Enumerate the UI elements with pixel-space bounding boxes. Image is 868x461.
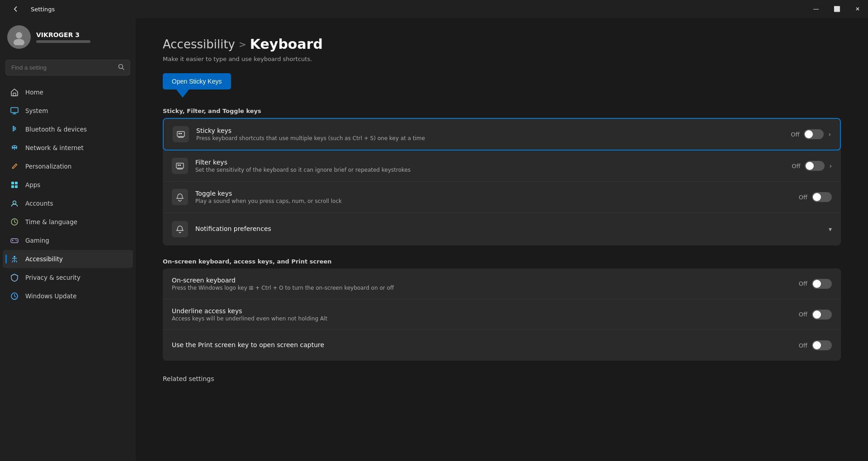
sidebar-label-personalization: Personalization [25, 163, 71, 170]
row-underline-access-keys[interactable]: Underline access keys Access keys will b… [163, 299, 841, 330]
title-bar-controls: — ⬜ ✕ [806, 0, 868, 18]
sidebar-label-accounts: Accounts [25, 200, 53, 207]
breadcrumb-parent[interactable]: Accessibility [163, 38, 235, 51]
apps-icon [10, 180, 19, 189]
open-sticky-keys-button[interactable]: Open Sticky Keys [163, 73, 231, 89]
sidebar-label-windows-update: Windows Update [25, 292, 76, 300]
accessibility-icon [10, 254, 19, 263]
svg-rect-29 [179, 165, 181, 166]
sidebar-item-home[interactable]: Home [3, 83, 133, 101]
sidebar-item-network[interactable]: Network & internet [3, 139, 133, 157]
toggle-keys-icon [172, 189, 188, 205]
print-screen-toggle-thumb [813, 341, 821, 349]
filter-keys-icon [172, 158, 188, 174]
sticky-keys-icon [173, 126, 189, 142]
underline-access-keys-toggle-thumb [813, 310, 821, 319]
section2-title: On-screen keyboard, access keys, and Pri… [163, 258, 841, 265]
title-bar-left: Settings [5, 0, 55, 18]
onscreen-keyboard-status: Off [799, 280, 807, 287]
related-settings-title: Related settings [163, 375, 841, 382]
sidebar-item-time[interactable]: Time & language [3, 213, 133, 231]
app-body: VIKROGER 3 Home System Bluetoo [0, 18, 868, 461]
sticky-keys-desc: Press keyboard shortcuts that use multip… [196, 135, 783, 141]
bluetooth-icon [10, 125, 19, 134]
sidebar-item-personalization[interactable]: Personalization [3, 157, 133, 175]
user-profile[interactable]: VIKROGER 3 [0, 18, 136, 56]
filter-keys-title: Filter keys [195, 159, 784, 166]
search-icon [118, 64, 124, 71]
filter-keys-status: Off [792, 163, 800, 169]
svg-rect-24 [179, 133, 180, 134]
onscreen-keyboard-title: On-screen keyboard [172, 277, 792, 284]
back-button[interactable] [5, 0, 26, 18]
section1-title: Sticky, Filter, and Toggle keys [163, 108, 841, 114]
onscreen-keyboard-desc: Press the Windows logo key ⊞ + Ctrl + O … [172, 285, 792, 291]
svg-rect-28 [178, 165, 179, 166]
filter-keys-toggle-thumb [806, 162, 814, 170]
time-icon [10, 217, 19, 226]
svg-rect-9 [15, 182, 18, 184]
search-input[interactable] [11, 64, 114, 71]
sidebar-item-windows-update[interactable]: Windows Update [3, 287, 133, 305]
row-print-screen[interactable]: Use the Print screen key to open screen … [163, 330, 841, 361]
svg-point-0 [16, 32, 22, 38]
callout-triangle [176, 89, 189, 98]
filter-keys-desc: Set the sensitivity of the keyboard so i… [195, 167, 784, 173]
toggle-keys-desc: Play a sound when you press caps, num, o… [195, 198, 792, 204]
svg-rect-25 [180, 133, 182, 134]
sidebar: VIKROGER 3 Home System Bluetoo [0, 18, 136, 461]
sidebar-item-accounts[interactable]: Accounts [3, 194, 133, 212]
breadcrumb: Accessibility > Keyboard [163, 36, 841, 52]
sidebar-item-system[interactable]: System [3, 102, 133, 120]
row-filter-keys[interactable]: Filter keys Set the sensitivity of the k… [163, 151, 841, 182]
close-button[interactable]: ✕ [847, 0, 868, 18]
sidebar-label-time: Time & language [25, 218, 77, 226]
search-container [0, 56, 136, 83]
user-subtitle [36, 40, 90, 43]
minimize-button[interactable]: — [806, 0, 826, 18]
home-icon [10, 88, 19, 97]
svg-point-20 [14, 256, 15, 258]
avatar [7, 25, 31, 49]
sidebar-item-privacy[interactable]: Privacy & security [3, 268, 133, 287]
sticky-keys-chevron: › [828, 131, 831, 138]
sidebar-label-home: Home [25, 89, 43, 96]
print-screen-toggle[interactable] [812, 340, 832, 350]
section2-card: On-screen keyboard Press the Windows log… [163, 268, 841, 361]
toggle-keys-toggle[interactable] [812, 192, 832, 202]
row-onscreen-keyboard[interactable]: On-screen keyboard Press the Windows log… [163, 268, 841, 299]
title-bar: Settings — ⬜ ✕ [0, 0, 868, 18]
row-notification-prefs[interactable]: Notification preferences ▾ [163, 213, 841, 245]
maximize-button[interactable]: ⬜ [826, 0, 847, 18]
filter-keys-toggle[interactable] [805, 161, 825, 171]
sticky-keys-toggle[interactable] [804, 129, 824, 139]
svg-rect-8 [11, 182, 14, 184]
network-icon [10, 143, 19, 152]
sidebar-label-privacy: Privacy & security [25, 274, 80, 281]
sticky-keys-status: Off [791, 131, 799, 138]
underline-access-keys-status: Off [799, 311, 807, 318]
sidebar-label-system: System [25, 107, 48, 114]
accounts-icon [10, 199, 19, 208]
underline-access-keys-toggle[interactable] [812, 310, 832, 320]
toggle-keys-status: Off [799, 194, 807, 201]
title-bar-title: Settings [31, 6, 55, 13]
row-sticky-keys[interactable]: Sticky keys Press keyboard shortcuts tha… [163, 118, 841, 151]
onscreen-keyboard-toggle[interactable] [812, 279, 832, 289]
user-info: VIKROGER 3 [36, 31, 90, 43]
svg-point-19 [16, 240, 17, 241]
print-screen-title: Use the Print screen key to open screen … [172, 341, 792, 348]
search-box[interactable] [5, 60, 130, 75]
breadcrumb-separator: > [239, 39, 246, 50]
toggle-keys-title: Toggle keys [195, 190, 792, 197]
section1-card: Sticky keys Press keyboard shortcuts tha… [163, 118, 841, 245]
toggle-keys-toggle-thumb [813, 193, 821, 201]
sidebar-item-gaming[interactable]: Gaming [3, 231, 133, 249]
onscreen-keyboard-toggle-thumb [813, 280, 821, 288]
svg-rect-11 [15, 185, 18, 188]
svg-point-1 [14, 39, 24, 45]
row-toggle-keys[interactable]: Toggle keys Play a sound when you press … [163, 182, 841, 213]
sidebar-item-accessibility[interactable]: Accessibility [3, 250, 133, 268]
sidebar-item-bluetooth[interactable]: Bluetooth & devices [3, 120, 133, 138]
sidebar-item-apps[interactable]: Apps [3, 176, 133, 194]
